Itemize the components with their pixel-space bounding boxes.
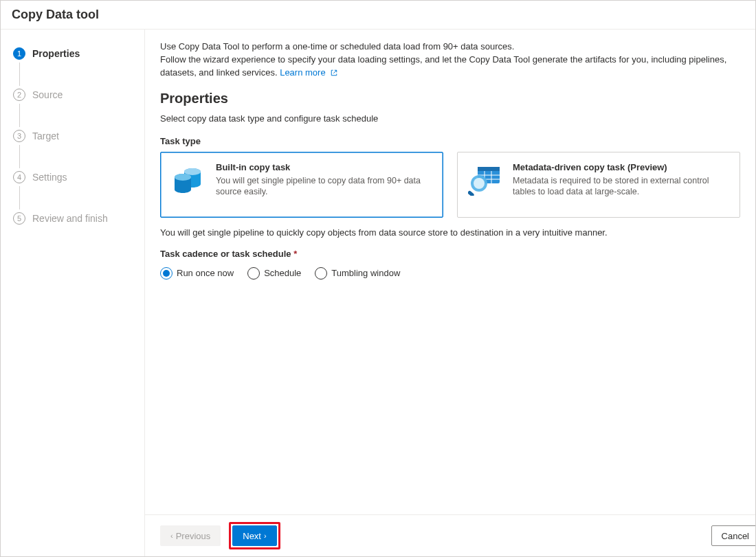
step-label: Review and finish bbox=[32, 213, 108, 224]
card-builtin-copy-task[interactable]: Built-in copy task You will get single p… bbox=[160, 152, 443, 218]
cancel-button[interactable]: Cancel bbox=[711, 525, 755, 546]
main-content: Use Copy Data Tool to perform a one-time… bbox=[145, 30, 755, 514]
intro-line2: Follow the wizard experience to specify … bbox=[160, 54, 726, 78]
wizard-sidebar: 1 Properties 2 Source 3 Target 4 Setting… bbox=[1, 30, 145, 556]
previous-button-label: Previous bbox=[176, 531, 211, 541]
card-title: Metadata-driven copy task (Preview) bbox=[513, 162, 729, 172]
learn-more-label: Learn more bbox=[280, 67, 325, 78]
main-area: Use Copy Data Tool to perform a one-time… bbox=[145, 30, 755, 556]
card-metadata-driven-copy-task[interactable]: Metadata-driven copy task (Preview) Meta… bbox=[457, 152, 740, 218]
sidebar-step-source[interactable]: 2 Source bbox=[1, 83, 144, 106]
svg-point-11 bbox=[474, 178, 485, 189]
step-number-icon: 4 bbox=[13, 171, 25, 183]
task-type-note: You will get single pipeline to quickly … bbox=[160, 227, 740, 238]
intro-line1: Use Copy Data Tool to perform a one-time… bbox=[160, 41, 514, 52]
task-type-cards: Built-in copy task You will get single p… bbox=[160, 152, 740, 218]
external-link-icon bbox=[330, 68, 338, 81]
card-desc: Metadata is required to be stored in ext… bbox=[513, 175, 729, 198]
step-label: Target bbox=[32, 130, 59, 141]
card-content: Metadata-driven copy task (Preview) Meta… bbox=[513, 162, 729, 207]
copy-data-tool-window: Copy Data tool 1 Properties 2 Source 3 T… bbox=[0, 0, 756, 557]
cancel-button-label: Cancel bbox=[722, 531, 749, 541]
task-schedule-label: Task cadence or task schedule bbox=[160, 249, 740, 259]
window-body: 1 Properties 2 Source 3 Target 4 Setting… bbox=[1, 30, 755, 556]
radio-icon bbox=[315, 267, 327, 280]
step-label: Settings bbox=[32, 172, 67, 183]
step-number-icon: 5 bbox=[13, 212, 25, 225]
window-title: Copy Data tool bbox=[1, 1, 755, 30]
section-subtitle: Select copy data task type and configure… bbox=[160, 113, 740, 124]
step-label: Source bbox=[32, 89, 63, 100]
step-label: Properties bbox=[32, 48, 80, 59]
svg-rect-5 bbox=[478, 167, 500, 171]
radio-tumbling-window[interactable]: Tumbling window bbox=[315, 267, 400, 280]
next-button[interactable]: Next › bbox=[232, 525, 276, 546]
task-schedule-radio-group: Run once now Schedule Tumbling window bbox=[160, 264, 740, 280]
card-desc: You will get single pipeline to copy dat… bbox=[216, 175, 432, 198]
svg-point-1 bbox=[184, 168, 201, 175]
sidebar-step-settings[interactable]: 4 Settings bbox=[1, 166, 144, 189]
chevron-left-icon: ‹ bbox=[170, 532, 173, 540]
learn-more-link[interactable]: Learn more bbox=[280, 67, 338, 78]
card-title: Built-in copy task bbox=[216, 162, 432, 172]
step-number-icon: 1 bbox=[13, 47, 25, 60]
task-type-label: Task type bbox=[160, 136, 740, 146]
database-icon bbox=[170, 162, 206, 198]
chevron-right-icon: › bbox=[264, 532, 267, 540]
sidebar-step-target[interactable]: 3 Target bbox=[1, 124, 144, 148]
sidebar-step-properties[interactable]: 1 Properties bbox=[1, 42, 144, 65]
radio-schedule[interactable]: Schedule bbox=[247, 267, 301, 280]
radio-icon bbox=[160, 267, 173, 280]
sidebar-step-review[interactable]: 5 Review and finish bbox=[1, 207, 144, 230]
card-content: Built-in copy task You will get single p… bbox=[216, 162, 432, 207]
intro-text: Use Copy Data Tool to perform a one-time… bbox=[160, 41, 740, 81]
radio-label: Schedule bbox=[264, 268, 301, 278]
next-button-label: Next bbox=[243, 531, 261, 541]
metadata-search-icon bbox=[467, 162, 503, 198]
radio-label: Run once now bbox=[177, 268, 234, 278]
svg-rect-12 bbox=[468, 190, 475, 196]
radio-label: Tumbling window bbox=[331, 268, 400, 278]
previous-button[interactable]: ‹ Previous bbox=[160, 525, 221, 546]
step-number-icon: 2 bbox=[13, 89, 25, 101]
section-title: Properties bbox=[160, 91, 740, 106]
wizard-footer: ‹ Previous Next › Cancel bbox=[145, 514, 755, 556]
svg-point-3 bbox=[175, 174, 191, 181]
step-number-icon: 3 bbox=[13, 130, 25, 142]
next-button-highlight: Next › bbox=[229, 522, 280, 549]
radio-run-once-now[interactable]: Run once now bbox=[160, 267, 234, 280]
radio-icon bbox=[247, 267, 260, 280]
